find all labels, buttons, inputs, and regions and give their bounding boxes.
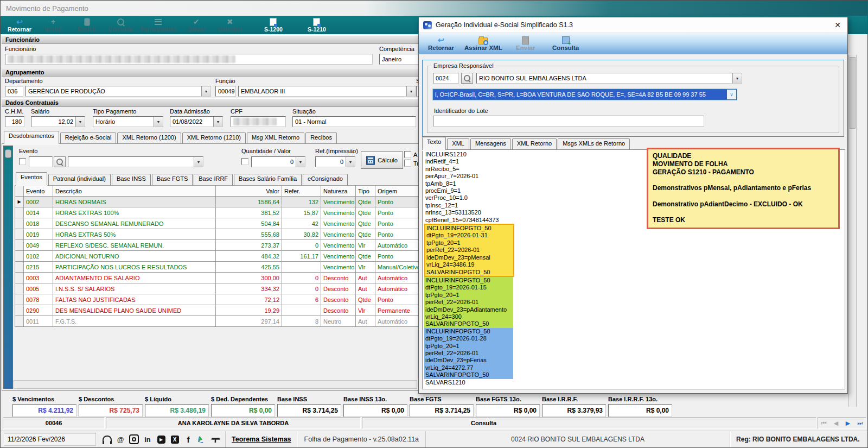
- empresa-search-button[interactable]: [461, 73, 473, 84]
- toolbar-s1210-button[interactable]: S-1210: [300, 16, 334, 34]
- col-descricao[interactable]: Descrição: [53, 186, 216, 197]
- toolbar-retornar-button[interactable]: ↩Retornar: [3, 16, 36, 34]
- toolbar-permanentes-button[interactable]: Permanentes: [137, 16, 180, 34]
- departamento-select[interactable]: GERÊNCIA DE PRODUÇÃO▼: [25, 86, 211, 97]
- table-row[interactable]: 0215PARTICIPAÇÃO NOS LUCROS E RESULTADOS…: [15, 262, 427, 273]
- table-cell: 555,68: [216, 229, 282, 240]
- col-refer[interactable]: Refer.: [282, 186, 321, 197]
- empresa-code-input[interactable]: 0024: [433, 73, 459, 84]
- nav-next-button[interactable]: ▶: [844, 419, 853, 427]
- certificado-select[interactable]: l, O=ICP-Brasil, C=BR, S=PR, L=BOA VENTU…: [433, 89, 737, 100]
- salario-select[interactable]: 12,02▼: [31, 116, 85, 127]
- toolbar-cancelar-button[interactable]: ✖Cancelar: [213, 16, 247, 34]
- funcionario-input[interactable]: [5, 54, 373, 65]
- table-row[interactable]: 0018DESCANSO SEMANAL REMUNERADO504,8442V…: [15, 218, 427, 229]
- headphones-icon[interactable]: [101, 434, 112, 444]
- vertical-scrollbar[interactable]: [848, 55, 857, 407]
- dialog-tab-texto[interactable]: Texto: [422, 137, 446, 150]
- youtube-icon[interactable]: ▶: [156, 434, 167, 444]
- horizontal-scrollbar[interactable]: [14, 380, 417, 389]
- nav-first-button[interactable]: ⏮: [820, 419, 829, 427]
- tab-msg-xml-retorno[interactable]: Msg XML Retorno: [247, 132, 304, 144]
- subtab-bases-salario-familia[interactable]: Bases Salário Família: [234, 174, 302, 185]
- subtab-patronal[interactable]: Patronal (individual): [48, 174, 111, 185]
- empresa-select[interactable]: RIO BONITO SUL EMBALAGENS LTDA▼: [476, 73, 742, 84]
- dialog-consulta-button[interactable]: Consulta: [549, 36, 583, 51]
- cut-checkbox-2[interactable]: [404, 160, 411, 167]
- col-valor[interactable]: Valor: [216, 186, 282, 197]
- toolbar-incluir-button[interactable]: +Incluir: [36, 16, 70, 34]
- cpf-input[interactable]: [231, 116, 286, 127]
- lote-input[interactable]: [433, 116, 704, 127]
- funcao-code-input[interactable]: 00049: [215, 86, 236, 97]
- dialog-retornar-button[interactable]: ↩Retornar: [424, 36, 458, 51]
- col-natureza[interactable]: Natureza: [321, 186, 356, 197]
- table-row[interactable]: 0019HORAS EXTRAS 50%555,6830,82Venciment…: [15, 229, 427, 240]
- tab-xml-retorno-1200[interactable]: XML Retorno (1200): [117, 132, 181, 144]
- tab-recibos[interactable]: Recibos: [305, 132, 337, 144]
- funcao-select[interactable]: EMBALADOR III▼: [238, 86, 416, 97]
- tab-rejeicao-esocial[interactable]: Rejeição e-Social: [60, 132, 117, 144]
- evento-search-button[interactable]: [54, 156, 66, 167]
- teorema-logo-icon[interactable]: [196, 434, 207, 444]
- table-row[interactable]: 0014HORAS EXTRAS 100%381,5215,87Vencimen…: [15, 207, 427, 218]
- col-evento[interactable]: Evento: [24, 186, 53, 197]
- table-row[interactable]: 0290DES MENSALIDADE PLANO SAUDE UNIMED19…: [15, 305, 427, 316]
- subtab-base-fgts[interactable]: Base FGTS: [152, 174, 193, 185]
- evento-code-input[interactable]: [29, 156, 53, 167]
- at-icon[interactable]: @: [115, 434, 126, 444]
- nav-prev-button[interactable]: ◀: [832, 419, 841, 427]
- close-icon[interactable]: ✕: [832, 21, 843, 29]
- toolbar-s1200-button[interactable]: S-1200: [257, 16, 290, 34]
- chm-input[interactable]: 180: [5, 116, 24, 127]
- tab-xml-retorno-1210[interactable]: XML Retorno (1210): [182, 132, 246, 144]
- graduation-cap-icon[interactable]: [210, 434, 221, 444]
- toolbar-consulta-button[interactable]: Consulta: [104, 16, 137, 34]
- departamento-label: Departamento: [5, 78, 43, 84]
- cut-checkbox-1[interactable]: [404, 151, 411, 158]
- dialog-enviar-button[interactable]: Enviar: [509, 36, 542, 51]
- table-row[interactable]: 0003ADIANTAMENTO DE SALARIO300,000Descon…: [15, 273, 427, 283]
- lote-label: Identificador do Lote: [434, 108, 488, 114]
- texto-line: INCLUIRINFOPGTO_50: [425, 225, 513, 232]
- dialog-assinar-xml-button[interactable]: Assinar XML: [464, 36, 502, 51]
- subtab-econsignado[interactable]: eConsignado: [303, 174, 348, 185]
- dialog-tab-xml-retorno[interactable]: XML Retorno: [512, 138, 557, 150]
- quantidade-valor-select[interactable]: 0▼: [251, 156, 305, 167]
- return-arrow-icon: ↩: [16, 18, 23, 26]
- quantidade-checkbox[interactable]: [241, 158, 248, 165]
- subtab-eventos[interactable]: Eventos: [16, 172, 47, 185]
- table-row[interactable]: 0005I.N.S.S. S/ SALARIOS334,320DescontoA…: [15, 283, 427, 294]
- teorema-link[interactable]: Teorema Sistemas: [232, 436, 291, 443]
- data-admissao-select[interactable]: 01/08/2022▼: [170, 116, 223, 127]
- dialog-tab-msgs-xmls[interactable]: Msgs XMLs de Retorno: [558, 138, 630, 150]
- table-row[interactable]: 0078FALTAS NAO JUSTIFICADAS72,126Descont…: [15, 294, 427, 305]
- table-row[interactable]: 0049REFLEXO S/DESC. SEMANAL REMUN.273,37…: [15, 240, 427, 251]
- subtab-base-irrf[interactable]: Base IRRF: [194, 174, 233, 185]
- tab-desdobramentos[interactable]: Desdobramentos: [4, 131, 59, 144]
- toolbar-excluir-button[interactable]: Excluir: [70, 16, 104, 34]
- evento-select[interactable]: ▼: [68, 156, 203, 167]
- dialog-tab-xml[interactable]: XML: [447, 138, 469, 150]
- tipo-pagamento-select[interactable]: Horário▼: [93, 116, 163, 127]
- table-row[interactable]: 0011F.G.T.S.297,148NeutroAutAutomático: [15, 316, 427, 327]
- subtab-base-inss[interactable]: Base INSS: [112, 174, 151, 185]
- ref-impressao-select[interactable]: 0▼: [315, 156, 355, 167]
- facebook-icon[interactable]: f: [183, 434, 194, 444]
- departamento-code-input[interactable]: 036: [5, 86, 23, 97]
- situacao-input[interactable]: 01 - Normal: [292, 116, 416, 127]
- nav-last-button[interactable]: ⏭: [856, 419, 865, 427]
- evento-checkbox[interactable]: [19, 158, 26, 165]
- col-tipo[interactable]: Tipo: [356, 186, 375, 197]
- texto-line: INCLUIRINFOPGTO_50: [424, 328, 513, 335]
- linkedin-icon[interactable]: in: [142, 434, 153, 444]
- dialog-tab-mensagens[interactable]: Mensagens: [470, 138, 511, 150]
- table-row[interactable]: 0102ADICIONAL NOTURNO484,32161,17Vencime…: [15, 251, 427, 262]
- instagram-icon[interactable]: [129, 434, 139, 444]
- toolbar-salvar-button[interactable]: ✔Salvar: [180, 16, 213, 34]
- x-icon[interactable]: X: [169, 434, 180, 444]
- table-row[interactable]: ▶0002HORAS NORMAIS1586,64132VencimentoQt…: [15, 197, 427, 207]
- scrollbar-thumb[interactable]: [850, 57, 856, 129]
- calculo-button[interactable]: Cálculo: [361, 152, 403, 169]
- table-cell: Vlr: [356, 305, 375, 316]
